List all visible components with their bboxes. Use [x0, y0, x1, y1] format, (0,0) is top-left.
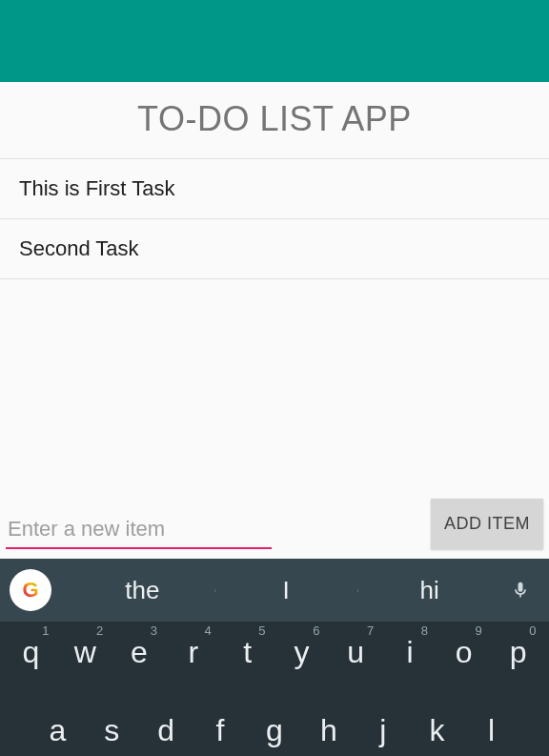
key-e[interactable]: e3	[115, 635, 163, 670]
keyboard-rows: q1 w2 e3 r4 t5 y6 u7 i8 o9 p0 a s d f g …	[0, 622, 549, 756]
spacer	[0, 279, 549, 499]
key-s[interactable]: s	[88, 713, 135, 748]
key-w[interactable]: w2	[61, 635, 109, 670]
page-title: TO-DO LIST APP	[0, 82, 549, 158]
key-k[interactable]: k	[414, 713, 461, 748]
input-row: ADD ITEM	[0, 499, 549, 559]
content-area: This is First Task Second Task ADD ITEM	[0, 158, 549, 559]
key-p[interactable]: p0	[495, 635, 542, 670]
key-t[interactable]: t5	[224, 635, 272, 670]
keyboard-suggestion[interactable]: hi	[357, 576, 501, 605]
key-f[interactable]: f	[196, 713, 244, 748]
soft-keyboard: G the I hi q1 w2 e3 r4 t5 y6 u7 i8 o9 p0…	[0, 559, 549, 756]
key-y[interactable]: y6	[277, 635, 325, 670]
list-item[interactable]: Second Task	[0, 219, 549, 279]
app-bar	[0, 0, 549, 82]
key-h[interactable]: h	[305, 713, 353, 748]
list-item[interactable]: This is First Task	[0, 158, 549, 219]
keyboard-row-1: q1 w2 e3 r4 t5 y6 u7 i8 o9 p0	[4, 629, 545, 676]
key-u[interactable]: u7	[332, 635, 379, 670]
key-g[interactable]: g	[251, 713, 298, 748]
key-l[interactable]: l	[467, 713, 515, 748]
key-d[interactable]: d	[142, 713, 190, 748]
keyboard-suggestion[interactable]: the	[71, 576, 214, 605]
google-icon[interactable]: G	[10, 569, 51, 611]
key-o[interactable]: o9	[440, 635, 488, 670]
key-r[interactable]: r4	[170, 635, 217, 670]
key-q[interactable]: q1	[7, 635, 54, 670]
key-j[interactable]: j	[359, 713, 407, 748]
input-wrap	[6, 511, 421, 549]
keyboard-suggestion-bar: G the I hi	[0, 559, 549, 622]
keyboard-row-2: a s d f g h j k l	[4, 707, 545, 754]
mic-icon[interactable]	[501, 578, 539, 603]
key-a[interactable]: a	[33, 713, 81, 748]
keyboard-suggestion[interactable]: I	[214, 576, 358, 605]
key-i[interactable]: i8	[386, 635, 434, 670]
add-item-button[interactable]: ADD ITEM	[431, 499, 543, 549]
task-list: This is First Task Second Task	[0, 158, 549, 279]
new-item-input[interactable]	[6, 511, 272, 549]
